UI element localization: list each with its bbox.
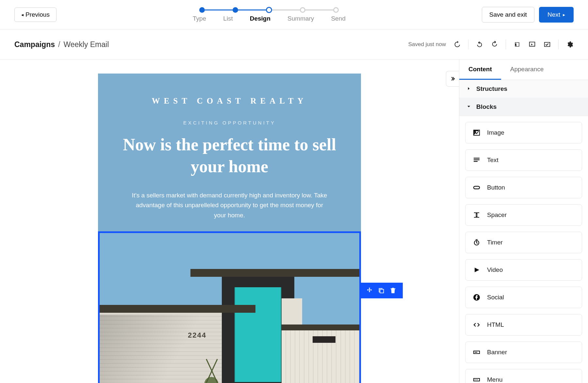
spacer-icon xyxy=(473,211,481,219)
breadcrumb: Campaigns / Weekly Email xyxy=(14,40,109,49)
tab-appearance[interactable]: Appearance xyxy=(501,60,553,80)
hero-image[interactable]: 2244 xyxy=(100,233,359,383)
sidebar-tabs: Content Appearance xyxy=(459,60,588,80)
email-body[interactable]: It's a sellers market with demand curren… xyxy=(98,191,361,220)
delete-icon[interactable] xyxy=(387,286,399,295)
tab-content[interactable]: Content xyxy=(459,60,501,80)
banner-icon xyxy=(473,348,481,356)
block-menu[interactable]: Menu xyxy=(465,369,582,383)
section-blocks[interactable]: Blocks xyxy=(459,98,588,116)
block-timer[interactable]: Timer xyxy=(465,232,582,253)
selected-image-block[interactable]: 2244 xyxy=(98,231,361,383)
step-node-type[interactable] xyxy=(199,7,205,13)
chevron-down-icon xyxy=(466,103,472,110)
block-image[interactable]: Image xyxy=(465,122,582,143)
history-icon[interactable] xyxy=(453,41,461,48)
step-label-summary[interactable]: Summary xyxy=(287,15,314,22)
block-html[interactable]: HTML xyxy=(465,314,582,336)
collapse-sidebar-button[interactable] xyxy=(446,71,459,87)
step-node-list[interactable] xyxy=(233,7,238,13)
breadcrumb-separator: / xyxy=(58,40,60,49)
video-icon xyxy=(473,266,481,274)
block-banner[interactable]: Banner xyxy=(465,341,582,363)
block-spacer[interactable]: Spacer xyxy=(465,204,582,226)
save-exit-button[interactable]: Save and exit xyxy=(482,7,534,23)
email-kicker[interactable]: EXCITING OPPORTUNITY xyxy=(98,120,361,125)
block-button[interactable]: Button xyxy=(465,177,582,198)
editor-main: WEST COAST REALTY EXCITING OPPORTUNITY N… xyxy=(0,60,588,383)
blocks-list: Image Text Button Spacer Timer Video xyxy=(459,116,588,383)
email-headline[interactable]: Now is the perfect time to sell your hom… xyxy=(98,134,361,177)
step-label-design[interactable]: Design xyxy=(250,15,270,22)
breadcrumb-root[interactable]: Campaigns xyxy=(14,40,55,49)
undo-icon[interactable] xyxy=(476,41,483,48)
previous-button[interactable]: Previous xyxy=(14,8,57,22)
test-send-icon[interactable] xyxy=(543,41,551,48)
email-preview[interactable]: WEST COAST REALTY EXCITING OPPORTUNITY N… xyxy=(98,74,361,383)
block-text[interactable]: Text xyxy=(465,149,582,171)
code-view-icon[interactable] xyxy=(513,41,521,48)
editor-sidebar: Content Appearance Structures Blocks Ima… xyxy=(459,60,588,383)
redo-icon[interactable] xyxy=(491,41,498,48)
button-icon xyxy=(473,184,481,192)
canvas-area[interactable]: WEST COAST REALTY EXCITING OPPORTUNITY N… xyxy=(0,60,459,383)
step-label-send[interactable]: Send xyxy=(331,15,345,22)
move-icon[interactable] xyxy=(364,286,375,295)
saved-status: Saved just now xyxy=(408,41,446,48)
preview-icon[interactable] xyxy=(528,41,536,48)
text-icon xyxy=(473,156,481,164)
menu-icon xyxy=(473,376,481,383)
chevron-right-icon xyxy=(466,85,472,92)
settings-icon[interactable] xyxy=(566,41,574,48)
html-icon xyxy=(473,321,481,329)
section-structures[interactable]: Structures xyxy=(459,80,588,98)
step-node-send[interactable] xyxy=(333,7,339,13)
email-brand[interactable]: WEST COAST REALTY xyxy=(98,74,361,106)
wizard-steps: Type List Design Summary Send xyxy=(193,7,346,22)
block-video[interactable]: Video xyxy=(465,259,582,281)
step-label-type[interactable]: Type xyxy=(193,15,206,22)
next-button[interactable]: Next xyxy=(539,7,574,23)
previous-label: Previous xyxy=(25,11,50,18)
breadcrumb-leaf[interactable]: Weekly Email xyxy=(63,40,109,49)
block-floating-toolbar xyxy=(360,283,403,298)
wizard-topbar: Previous Type List Design Summary Send S… xyxy=(0,0,588,29)
block-social[interactable]: Social xyxy=(465,287,582,308)
editor-subbar: Campaigns / Weekly Email Saved just now xyxy=(0,29,588,60)
svg-rect-4 xyxy=(475,352,477,353)
step-node-design[interactable] xyxy=(266,7,272,13)
svg-rect-0 xyxy=(474,186,480,189)
duplicate-icon[interactable] xyxy=(375,286,387,295)
social-icon xyxy=(473,293,481,301)
timer-icon xyxy=(473,239,481,246)
image-icon xyxy=(473,129,481,137)
step-label-list[interactable]: List xyxy=(223,15,233,22)
step-node-summary[interactable] xyxy=(300,7,305,13)
